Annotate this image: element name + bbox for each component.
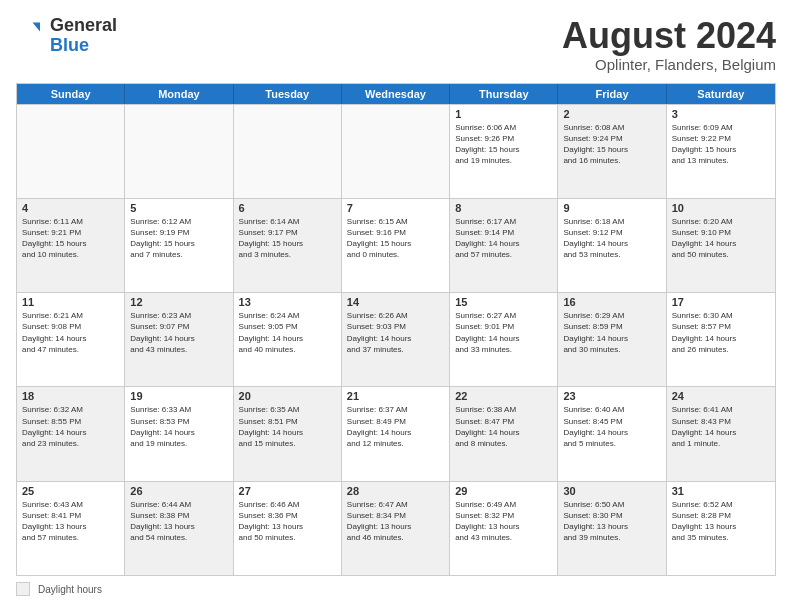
- day-number: 5: [130, 202, 227, 214]
- calendar-header-cell: Monday: [125, 84, 233, 104]
- calendar-header-cell: Thursday: [450, 84, 558, 104]
- day-number: 30: [563, 485, 660, 497]
- cell-text: Sunrise: 6:12 AM Sunset: 9:19 PM Dayligh…: [130, 216, 227, 261]
- table-row: 22Sunrise: 6:38 AM Sunset: 8:47 PM Dayli…: [450, 387, 558, 480]
- table-row: 20Sunrise: 6:35 AM Sunset: 8:51 PM Dayli…: [234, 387, 342, 480]
- table-row: 31Sunrise: 6:52 AM Sunset: 8:28 PM Dayli…: [667, 482, 775, 575]
- logo-general-text: General: [50, 16, 117, 36]
- day-number: 27: [239, 485, 336, 497]
- day-number: 14: [347, 296, 444, 308]
- table-row: 23Sunrise: 6:40 AM Sunset: 8:45 PM Dayli…: [558, 387, 666, 480]
- cell-text: Sunrise: 6:44 AM Sunset: 8:38 PM Dayligh…: [130, 499, 227, 544]
- logo: General Blue: [16, 16, 117, 56]
- day-number: 8: [455, 202, 552, 214]
- cell-text: Sunrise: 6:18 AM Sunset: 9:12 PM Dayligh…: [563, 216, 660, 261]
- day-number: 26: [130, 485, 227, 497]
- location-subtitle: Oplinter, Flanders, Belgium: [562, 56, 776, 73]
- table-row: 11Sunrise: 6:21 AM Sunset: 9:08 PM Dayli…: [17, 293, 125, 386]
- calendar-header-row: SundayMondayTuesdayWednesdayThursdayFrid…: [17, 84, 775, 104]
- cell-text: Sunrise: 6:30 AM Sunset: 8:57 PM Dayligh…: [672, 310, 770, 355]
- day-number: 7: [347, 202, 444, 214]
- table-row: 18Sunrise: 6:32 AM Sunset: 8:55 PM Dayli…: [17, 387, 125, 480]
- cell-text: Sunrise: 6:50 AM Sunset: 8:30 PM Dayligh…: [563, 499, 660, 544]
- cell-text: Sunrise: 6:43 AM Sunset: 8:41 PM Dayligh…: [22, 499, 119, 544]
- month-year-title: August 2024: [562, 16, 776, 56]
- day-number: 1: [455, 108, 552, 120]
- cell-text: Sunrise: 6:26 AM Sunset: 9:03 PM Dayligh…: [347, 310, 444, 355]
- day-number: 25: [22, 485, 119, 497]
- table-row: 5Sunrise: 6:12 AM Sunset: 9:19 PM Daylig…: [125, 199, 233, 292]
- day-number: 3: [672, 108, 770, 120]
- cell-text: Sunrise: 6:17 AM Sunset: 9:14 PM Dayligh…: [455, 216, 552, 261]
- cell-text: Sunrise: 6:46 AM Sunset: 8:36 PM Dayligh…: [239, 499, 336, 544]
- calendar-row: 25Sunrise: 6:43 AM Sunset: 8:41 PM Dayli…: [17, 481, 775, 575]
- table-row: [125, 105, 233, 198]
- table-row: 15Sunrise: 6:27 AM Sunset: 9:01 PM Dayli…: [450, 293, 558, 386]
- logo-blue-text: Blue: [50, 36, 117, 56]
- table-row: 27Sunrise: 6:46 AM Sunset: 8:36 PM Dayli…: [234, 482, 342, 575]
- table-row: 24Sunrise: 6:41 AM Sunset: 8:43 PM Dayli…: [667, 387, 775, 480]
- day-number: 22: [455, 390, 552, 402]
- table-row: 8Sunrise: 6:17 AM Sunset: 9:14 PM Daylig…: [450, 199, 558, 292]
- table-row: [17, 105, 125, 198]
- cell-text: Sunrise: 6:52 AM Sunset: 8:28 PM Dayligh…: [672, 499, 770, 544]
- table-row: 10Sunrise: 6:20 AM Sunset: 9:10 PM Dayli…: [667, 199, 775, 292]
- table-row: [234, 105, 342, 198]
- cell-text: Sunrise: 6:06 AM Sunset: 9:26 PM Dayligh…: [455, 122, 552, 167]
- day-number: 15: [455, 296, 552, 308]
- calendar: SundayMondayTuesdayWednesdayThursdayFrid…: [16, 83, 776, 576]
- calendar-header-cell: Friday: [558, 84, 666, 104]
- calendar-header-cell: Tuesday: [234, 84, 342, 104]
- day-number: 18: [22, 390, 119, 402]
- cell-text: Sunrise: 6:27 AM Sunset: 9:01 PM Dayligh…: [455, 310, 552, 355]
- day-number: 24: [672, 390, 770, 402]
- table-row: 21Sunrise: 6:37 AM Sunset: 8:49 PM Dayli…: [342, 387, 450, 480]
- day-number: 17: [672, 296, 770, 308]
- table-row: 30Sunrise: 6:50 AM Sunset: 8:30 PM Dayli…: [558, 482, 666, 575]
- day-number: 13: [239, 296, 336, 308]
- day-number: 28: [347, 485, 444, 497]
- cell-text: Sunrise: 6:09 AM Sunset: 9:22 PM Dayligh…: [672, 122, 770, 167]
- cell-text: Sunrise: 6:24 AM Sunset: 9:05 PM Dayligh…: [239, 310, 336, 355]
- day-number: 9: [563, 202, 660, 214]
- table-row: 29Sunrise: 6:49 AM Sunset: 8:32 PM Dayli…: [450, 482, 558, 575]
- day-number: 6: [239, 202, 336, 214]
- legend-label: Daylight hours: [38, 584, 102, 595]
- table-row: 3Sunrise: 6:09 AM Sunset: 9:22 PM Daylig…: [667, 105, 775, 198]
- table-row: 9Sunrise: 6:18 AM Sunset: 9:12 PM Daylig…: [558, 199, 666, 292]
- table-row: 25Sunrise: 6:43 AM Sunset: 8:41 PM Dayli…: [17, 482, 125, 575]
- cell-text: Sunrise: 6:32 AM Sunset: 8:55 PM Dayligh…: [22, 404, 119, 449]
- cell-text: Sunrise: 6:38 AM Sunset: 8:47 PM Dayligh…: [455, 404, 552, 449]
- calendar-body: 1Sunrise: 6:06 AM Sunset: 9:26 PM Daylig…: [17, 104, 775, 575]
- calendar-header-cell: Sunday: [17, 84, 125, 104]
- svg-marker-0: [33, 22, 41, 31]
- calendar-row: 4Sunrise: 6:11 AM Sunset: 9:21 PM Daylig…: [17, 198, 775, 292]
- day-number: 19: [130, 390, 227, 402]
- calendar-row: 11Sunrise: 6:21 AM Sunset: 9:08 PM Dayli…: [17, 292, 775, 386]
- cell-text: Sunrise: 6:47 AM Sunset: 8:34 PM Dayligh…: [347, 499, 444, 544]
- cell-text: Sunrise: 6:21 AM Sunset: 9:08 PM Dayligh…: [22, 310, 119, 355]
- cell-text: Sunrise: 6:23 AM Sunset: 9:07 PM Dayligh…: [130, 310, 227, 355]
- table-row: 1Sunrise: 6:06 AM Sunset: 9:26 PM Daylig…: [450, 105, 558, 198]
- calendar-row: 18Sunrise: 6:32 AM Sunset: 8:55 PM Dayli…: [17, 386, 775, 480]
- table-row: 12Sunrise: 6:23 AM Sunset: 9:07 PM Dayli…: [125, 293, 233, 386]
- legend: Daylight hours: [16, 582, 776, 596]
- day-number: 20: [239, 390, 336, 402]
- table-row: 6Sunrise: 6:14 AM Sunset: 9:17 PM Daylig…: [234, 199, 342, 292]
- cell-text: Sunrise: 6:14 AM Sunset: 9:17 PM Dayligh…: [239, 216, 336, 261]
- cell-text: Sunrise: 6:41 AM Sunset: 8:43 PM Dayligh…: [672, 404, 770, 449]
- cell-text: Sunrise: 6:37 AM Sunset: 8:49 PM Dayligh…: [347, 404, 444, 449]
- calendar-row: 1Sunrise: 6:06 AM Sunset: 9:26 PM Daylig…: [17, 104, 775, 198]
- table-row: 14Sunrise: 6:26 AM Sunset: 9:03 PM Dayli…: [342, 293, 450, 386]
- cell-text: Sunrise: 6:35 AM Sunset: 8:51 PM Dayligh…: [239, 404, 336, 449]
- cell-text: Sunrise: 6:29 AM Sunset: 8:59 PM Dayligh…: [563, 310, 660, 355]
- table-row: 16Sunrise: 6:29 AM Sunset: 8:59 PM Dayli…: [558, 293, 666, 386]
- table-row: [342, 105, 450, 198]
- day-number: 10: [672, 202, 770, 214]
- day-number: 2: [563, 108, 660, 120]
- cell-text: Sunrise: 6:49 AM Sunset: 8:32 PM Dayligh…: [455, 499, 552, 544]
- title-block: August 2024 Oplinter, Flanders, Belgium: [562, 16, 776, 73]
- cell-text: Sunrise: 6:40 AM Sunset: 8:45 PM Dayligh…: [563, 404, 660, 449]
- day-number: 4: [22, 202, 119, 214]
- table-row: 19Sunrise: 6:33 AM Sunset: 8:53 PM Dayli…: [125, 387, 233, 480]
